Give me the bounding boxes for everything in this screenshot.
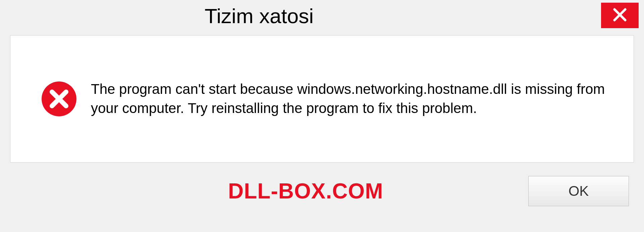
dialog-footer: DLL-BOX.COM OK [0, 169, 644, 206]
close-button[interactable] [601, 3, 639, 28]
title-bar: Tizim xatosi [0, 0, 644, 32]
watermark-text: DLL-BOX.COM [228, 179, 383, 204]
dialog-title: Tizim xatosi [205, 4, 314, 28]
ok-button[interactable]: OK [528, 176, 629, 206]
error-icon [41, 80, 77, 117]
dialog-content: The program can't start because windows.… [10, 35, 634, 163]
ok-button-label: OK [569, 183, 589, 199]
error-message: The program can't start because windows.… [91, 80, 610, 118]
close-icon [612, 7, 627, 23]
